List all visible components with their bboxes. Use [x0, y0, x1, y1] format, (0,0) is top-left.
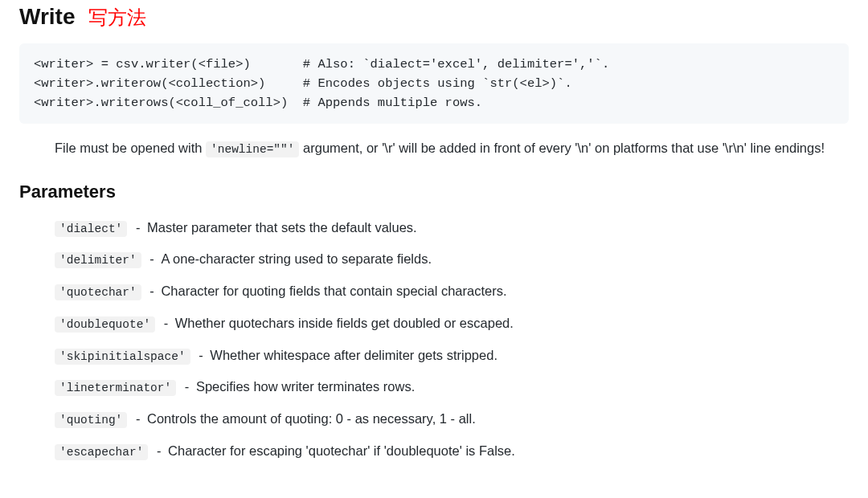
parameter-description: Character for quoting fields that contai… [161, 284, 506, 298]
parameter-name: 'skipinitialspace' [55, 349, 190, 365]
parameters-list: 'dialect' - Master parameter that sets t… [55, 218, 849, 462]
dash-separator: - [146, 251, 158, 266]
parameter-description: Whether whitespace after delimiter gets … [210, 348, 497, 362]
parameter-name: 'doublequote' [55, 316, 155, 333]
parameter-item: 'doublequote' - Whether quotechars insid… [55, 313, 849, 334]
section-header: Write 写方法 [19, 0, 849, 34]
parameter-item: 'skipinitialspace' - Whether whitespace … [55, 345, 849, 366]
parameter-description: Whether quotechars inside fields get dou… [175, 316, 514, 330]
parameter-description: Specifies how writer terminates rows. [196, 379, 415, 394]
usage-note: File must be opened with 'newline=""' ar… [55, 138, 842, 159]
parameters-heading: Parameters [19, 178, 849, 205]
parameter-name: 'quoting' [55, 412, 127, 428]
code-block: <writer> = csv.writer(<file>) # Also: `d… [19, 43, 849, 124]
parameter-item: 'quotechar' - Character for quoting fiel… [55, 281, 849, 302]
parameter-item: 'lineterminator' - Specifies how writer … [55, 377, 849, 398]
dash-separator: - [160, 316, 172, 330]
parameter-item: 'quoting' - Controls the amount of quoti… [55, 409, 849, 430]
dash-separator: - [153, 443, 165, 458]
parameter-item: 'escapechar' - Character for escaping 'q… [55, 441, 849, 462]
parameter-name: 'delimiter' [55, 252, 141, 268]
note-code: 'newline=""' [206, 141, 299, 157]
dash-separator: - [181, 379, 193, 394]
parameter-description: Character for escaping 'quotechar' if 'd… [168, 443, 515, 458]
dash-separator: - [132, 411, 144, 426]
parameter-name: 'dialect' [55, 221, 127, 237]
parameter-description: Master parameter that sets the default v… [147, 220, 417, 235]
dash-separator: - [132, 220, 144, 235]
parameter-name: 'escapechar' [55, 444, 148, 460]
dash-separator: - [146, 284, 158, 298]
parameter-name: 'quotechar' [55, 284, 141, 300]
parameter-item: 'dialect' - Master parameter that sets t… [55, 218, 849, 239]
parameter-name: 'lineterminator' [55, 380, 176, 396]
document-page: Write 写方法 <writer> = csv.writer(<file>) … [0, 0, 868, 492]
note-pre: File must be opened with [55, 141, 206, 155]
parameter-item: 'delimiter' - A one-character string use… [55, 249, 849, 270]
dash-separator: - [195, 348, 207, 362]
note-post: argument, or '\r' will be added in front… [303, 141, 825, 155]
section-annotation: 写方法 [88, 3, 146, 32]
parameter-description: Controls the amount of quoting: 0 - as n… [147, 411, 476, 426]
parameter-description: A one-character string used to separate … [161, 251, 432, 266]
section-title: Write [19, 0, 76, 34]
